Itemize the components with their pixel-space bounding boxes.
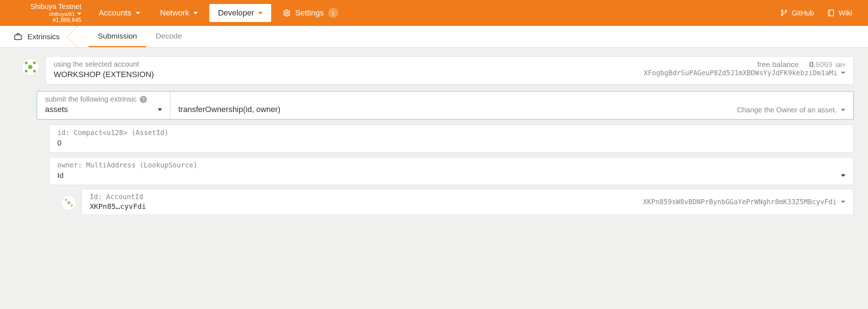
nav-settings-label: Settings (295, 8, 324, 18)
svg-point-1 (781, 10, 783, 12)
nav-accounts-label: Accounts (99, 8, 131, 18)
free-balance-int: 0. (809, 60, 816, 68)
chevron-down-icon (841, 109, 845, 111)
network-selector[interactable]: Shibuya Testnet shibuya/61 #1,966,645 (0, 3, 90, 23)
owner-account-left: Id: AccountId XKPn85…cyvFdi (90, 193, 146, 211)
account-identicon (22, 58, 39, 76)
nav-network-label: Network (160, 8, 189, 18)
signing-account-row: using the selected account WORKSHOP (EXT… (22, 56, 854, 85)
tab-decode[interactable]: Decode (146, 26, 191, 47)
chevron-down-icon (193, 12, 198, 14)
signing-account-address-row: XFogbgBdrSuPAGeuP8Zd5J1mXBDWsYyJdFK9kebz… (644, 69, 845, 77)
svg-rect-5 (15, 35, 21, 40)
svg-point-2 (785, 10, 787, 12)
signing-account-address: XFogbgBdrSuPAGeuP8Zd5J1mXBDWsYyJdFK9kebz… (644, 69, 837, 77)
free-balance-frac: 6069 (815, 60, 832, 68)
network-chain: shibuya/61 (49, 11, 75, 17)
owner-account-full: XKPn859sW8vBDNPrBynbGGaYePrWNghr8mK33Z5M… (643, 198, 837, 206)
help-icon[interactable]: ? (140, 96, 147, 103)
nav-developer-label: Developer (218, 8, 254, 18)
owner-account-right: XKPn859sW8vBDNPrBynbGGaYePrWNghr8mK33Z5M… (643, 198, 845, 206)
signing-account-selector[interactable]: using the selected account WORKSHOP (EXT… (45, 56, 854, 85)
sub-navigation: Extrinsics Submission Decode (0, 26, 868, 48)
network-name: Shibuya Testnet (9, 3, 81, 11)
content-area: using the selected account WORKSHOP (EXT… (0, 48, 868, 214)
free-balance: free balance 0.6069 SBY (644, 60, 845, 69)
extrinsic-call-select[interactable]: transferOwnership(id, owner) Change the … (170, 91, 853, 119)
owner-identicon (61, 195, 76, 210)
link-github-label: GitHub (792, 9, 814, 17)
book-icon (827, 9, 835, 17)
nav-network[interactable]: Network (152, 4, 207, 22)
tab-submission-label: Submission (98, 32, 137, 40)
git-branch-icon (780, 9, 788, 17)
link-wiki[interactable]: Wiki (827, 9, 852, 17)
chevron-down-icon (258, 12, 263, 14)
param-id-value: 0 (57, 139, 845, 147)
signing-account-label: using the selected account (54, 60, 644, 68)
signing-account-name: WORKSHOP (EXTENSION) (54, 70, 644, 79)
tab-decode-label: Decode (156, 32, 182, 40)
briefcase-icon (14, 32, 22, 41)
signing-account-left: using the selected account WORKSHOP (EXT… (54, 60, 644, 79)
settings-badge: 1 (328, 8, 338, 18)
chevron-down-icon (841, 72, 845, 74)
extrinsic-call: transferOwnership(id, owner) (178, 105, 281, 114)
nav-settings[interactable]: Settings 1 (274, 4, 347, 22)
extrinsic-selector: submit the following extrinsic ? assets … (37, 91, 854, 120)
chevron-down-icon (841, 201, 845, 203)
extrinsic-doc: Change the Owner of an asset. (737, 106, 837, 114)
nav-accounts[interactable]: Accounts (90, 4, 149, 22)
params: id: Compact<u128> (AssetId) 0 owner: Mul… (49, 125, 854, 185)
param-id-label: id: Compact<u128> (AssetId) (57, 129, 845, 136)
chevron-down-icon (136, 12, 140, 14)
breadcrumb: Extrinsics (6, 26, 67, 47)
gear-icon (283, 9, 291, 17)
extrinsic-label-row: submit the following extrinsic ? (45, 95, 162, 103)
extrinsic-module-select[interactable]: submit the following extrinsic ? assets (37, 91, 170, 119)
chevron-down-icon (77, 13, 81, 15)
chevron-down-icon (158, 108, 162, 111)
param-owner-account-select[interactable]: Id: AccountId XKPn85…cyvFdi XKPn859sW8vB… (81, 189, 854, 214)
svg-point-3 (781, 14, 783, 16)
param-owner-label: owner: MultiAddress (LookupSource) (57, 161, 845, 169)
chevron-right-icon (67, 26, 78, 48)
extrinsic-label: submit the following extrinsic (45, 95, 137, 103)
primary-nav: Accounts Network Developer Settings 1 (90, 4, 347, 22)
free-balance-label: free balance (757, 60, 799, 68)
external-links: GitHub Wiki (780, 9, 858, 17)
tabs: Submission Decode (89, 26, 191, 47)
breadcrumb-label: Extrinsics (27, 32, 60, 41)
param-owner-value: Id (57, 171, 64, 180)
extrinsic-doc-row: Change the Owner of an asset. (737, 106, 845, 114)
link-wiki-label: Wiki (838, 9, 852, 17)
extrinsic-module: assets (45, 105, 68, 114)
signing-account-right: free balance 0.6069 SBY XFogbgBdrSuPAGeu… (644, 60, 845, 79)
link-github[interactable]: GitHub (780, 9, 814, 17)
owner-account-label: Id: AccountId (90, 193, 146, 201)
param-owner-account-row: Id: AccountId XKPn85…cyvFdi XKPn859sW8vB… (61, 189, 854, 214)
svg-rect-4 (828, 10, 834, 16)
network-block-number: #1,966,645 (9, 17, 81, 23)
tab-submission[interactable]: Submission (89, 26, 147, 47)
svg-point-0 (286, 12, 288, 14)
extrinsic-selector-wrap: submit the following extrinsic ? assets … (37, 91, 854, 120)
nav-developer[interactable]: Developer (209, 4, 271, 22)
param-id[interactable]: id: Compact<u128> (AssetId) 0 (49, 125, 854, 153)
free-balance-unit: SBY (835, 62, 845, 68)
network-chain-row: shibuya/61 (9, 11, 81, 17)
top-navigation: Shibuya Testnet shibuya/61 #1,966,645 Ac… (0, 0, 868, 26)
param-owner[interactable]: owner: MultiAddress (LookupSource) Id (49, 157, 854, 185)
owner-account-short: XKPn85…cyvFdi (90, 202, 146, 211)
chevron-down-icon (841, 174, 845, 177)
